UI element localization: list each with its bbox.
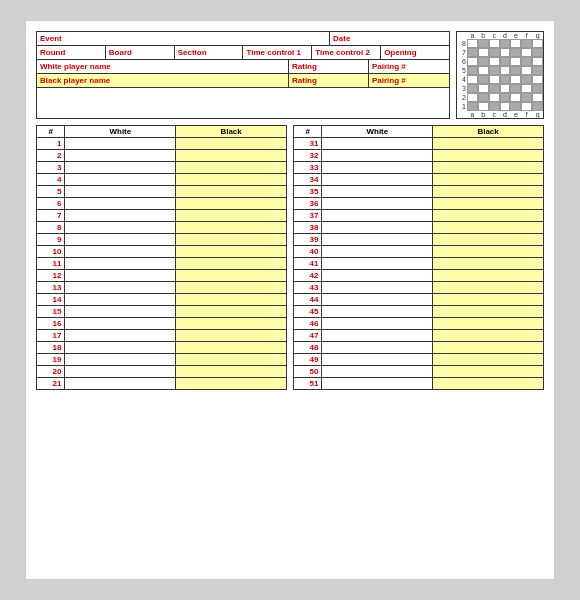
black-move[interactable] (433, 162, 544, 174)
move-number: 35 (294, 186, 322, 198)
black-move[interactable] (433, 210, 544, 222)
white-move[interactable] (65, 174, 176, 186)
black-move[interactable] (433, 318, 544, 330)
white-move[interactable] (65, 222, 176, 234)
board-label: Board (106, 46, 175, 59)
white-move[interactable] (322, 150, 433, 162)
white-move[interactable] (322, 270, 433, 282)
black-move[interactable] (176, 186, 287, 198)
black-move[interactable] (433, 354, 544, 366)
black-move[interactable] (433, 246, 544, 258)
move-number: 42 (294, 270, 322, 282)
white-move[interactable] (65, 294, 176, 306)
black-move[interactable] (433, 366, 544, 378)
white-move[interactable] (65, 330, 176, 342)
white-move[interactable] (322, 282, 433, 294)
white-move[interactable] (65, 342, 176, 354)
white-move[interactable] (65, 258, 176, 270)
black-move[interactable] (176, 378, 287, 390)
table-row: 48 (294, 342, 544, 354)
black-move[interactable] (433, 306, 544, 318)
white-move[interactable] (322, 330, 433, 342)
white-move[interactable] (65, 186, 176, 198)
black-move[interactable] (176, 198, 287, 210)
black-move[interactable] (433, 234, 544, 246)
black-move[interactable] (176, 246, 287, 258)
black-move[interactable] (433, 294, 544, 306)
black-move[interactable] (176, 294, 287, 306)
black-move[interactable] (176, 306, 287, 318)
white-move[interactable] (322, 306, 433, 318)
black-move[interactable] (176, 354, 287, 366)
table-row: 18 (37, 342, 287, 354)
black-move[interactable] (176, 270, 287, 282)
white-move[interactable] (322, 354, 433, 366)
white-move[interactable] (65, 306, 176, 318)
white-move[interactable] (322, 186, 433, 198)
black-move[interactable] (433, 186, 544, 198)
white-move[interactable] (322, 246, 433, 258)
black-move[interactable] (433, 174, 544, 186)
round-label: Round (37, 46, 106, 59)
table-row: 45 (294, 306, 544, 318)
black-move[interactable] (433, 138, 544, 150)
black-move[interactable] (433, 342, 544, 354)
white-move[interactable] (322, 342, 433, 354)
black-move[interactable] (176, 258, 287, 270)
black-move[interactable] (176, 342, 287, 354)
white-move[interactable] (322, 366, 433, 378)
white-move[interactable] (322, 294, 433, 306)
black-move[interactable] (433, 330, 544, 342)
black-move[interactable] (176, 150, 287, 162)
white-move[interactable] (65, 150, 176, 162)
white-move[interactable] (65, 246, 176, 258)
white-move[interactable] (322, 318, 433, 330)
white-move[interactable] (322, 210, 433, 222)
black-move[interactable] (176, 222, 287, 234)
black-move[interactable] (176, 138, 287, 150)
table-row: 17 (37, 330, 287, 342)
black-move[interactable] (433, 222, 544, 234)
black-move[interactable] (176, 366, 287, 378)
white-move[interactable] (65, 162, 176, 174)
move-number: 16 (37, 318, 65, 330)
black-move[interactable] (433, 150, 544, 162)
white-move[interactable] (322, 138, 433, 150)
white-move[interactable] (322, 258, 433, 270)
black-move[interactable] (433, 258, 544, 270)
white-move[interactable] (65, 282, 176, 294)
black-move[interactable] (176, 210, 287, 222)
white-move[interactable] (322, 162, 433, 174)
white-move[interactable] (65, 366, 176, 378)
black-move[interactable] (433, 270, 544, 282)
white-move[interactable] (65, 210, 176, 222)
move-number: 37 (294, 210, 322, 222)
black-move[interactable] (176, 234, 287, 246)
white-move[interactable] (322, 174, 433, 186)
white-move[interactable] (322, 234, 433, 246)
move-number: 40 (294, 246, 322, 258)
white-move[interactable] (65, 270, 176, 282)
black-move[interactable] (176, 282, 287, 294)
move-number: 36 (294, 198, 322, 210)
white-move[interactable] (65, 198, 176, 210)
black-move[interactable] (176, 162, 287, 174)
black-move[interactable] (433, 378, 544, 390)
black-move[interactable] (176, 330, 287, 342)
black-move[interactable] (433, 282, 544, 294)
table-row: 2 (37, 150, 287, 162)
white-move[interactable] (65, 378, 176, 390)
white-move[interactable] (322, 198, 433, 210)
black-move[interactable] (176, 318, 287, 330)
table-row: 13 (37, 282, 287, 294)
white-move[interactable] (322, 378, 433, 390)
black-move[interactable] (176, 174, 287, 186)
white-move[interactable] (65, 354, 176, 366)
move-number: 11 (37, 258, 65, 270)
black-move[interactable] (433, 198, 544, 210)
white-move[interactable] (65, 138, 176, 150)
white-move[interactable] (65, 318, 176, 330)
white-move[interactable] (65, 234, 176, 246)
event-row: Event Date (37, 32, 449, 46)
white-move[interactable] (322, 222, 433, 234)
